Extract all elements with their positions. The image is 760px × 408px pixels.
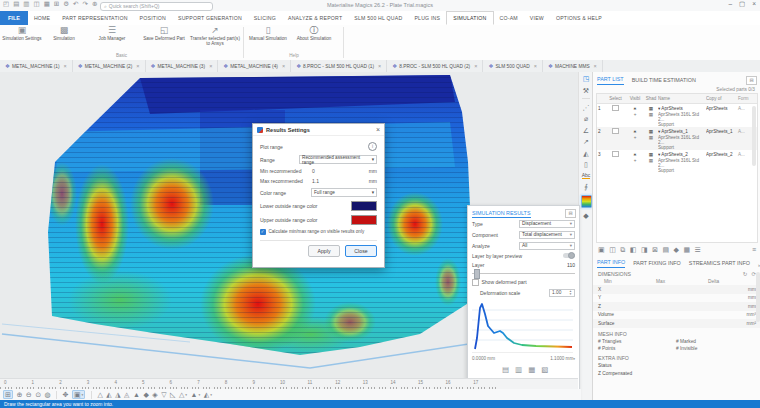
- close-tab-icon[interactable]: ×: [64, 63, 67, 69]
- tab-build-time-estimation[interactable]: BUILD TIME ESTIMATION: [632, 77, 696, 85]
- tool-icon[interactable]: ◫: [609, 246, 616, 253]
- attachment-icon[interactable]: ∮: [584, 183, 588, 190]
- tool-icon[interactable]: ◧: [630, 246, 637, 253]
- tab-part-fixing-info[interactable]: PART FIXING INFO: [633, 260, 681, 268]
- zoom-in-icon[interactable]: ⊕: [16, 391, 22, 398]
- mark-triangle-icon[interactable]: △: [97, 391, 102, 398]
- upper-color-swatch[interactable]: [351, 215, 377, 225]
- expand-icon[interactable]: ▾: [658, 129, 660, 134]
- simulation-button[interactable]: ▩ Simulation: [44, 26, 84, 52]
- doc-tab-metal-machine-3[interactable]: ❖METAL_MACHINE (3)×: [146, 60, 219, 72]
- maximize-icon[interactable]: ▢: [739, 1, 745, 8]
- unmark-icon[interactable]: ▽: [161, 391, 166, 398]
- table-row[interactable]: 1 ∗ ▦ ▾ AprSheets AprSheets A... + ▦ Apr…: [597, 104, 757, 127]
- shade-icon[interactable]: ▦: [644, 152, 658, 157]
- color-range-select[interactable]: Full range▾: [311, 188, 377, 197]
- mark-plane-icon[interactable]: ◭: [106, 391, 111, 398]
- table-row[interactable]: 2 ∗ ▦ ▾ AprSheets_1 AprSheets_1 A... + ▦…: [597, 127, 757, 150]
- show-deformed-checkbox[interactable]: [472, 279, 479, 286]
- doc-tab-machine-mms[interactable]: ❖MACHINE MMS×: [543, 60, 603, 72]
- orbit-icon[interactable]: ◍: [45, 391, 51, 398]
- expand-icon[interactable]: ▾: [658, 106, 660, 111]
- zoom-out-icon[interactable]: ⊖: [26, 391, 32, 398]
- scrollbar[interactable]: [752, 106, 756, 166]
- select-checkbox[interactable]: [612, 151, 619, 158]
- apply-button[interactable]: Apply: [308, 245, 340, 257]
- mark-more-button[interactable]: ▲▾: [191, 391, 201, 398]
- measure-angle-icon[interactable]: ∠: [583, 127, 589, 134]
- job-manager-button[interactable]: ☰ Job Manager: [92, 26, 132, 52]
- range-select[interactable]: Recommended assessment range▾: [299, 155, 377, 164]
- layer-slider[interactable]: [472, 269, 575, 277]
- info-icon[interactable]: i: [368, 142, 377, 151]
- view-cube-button[interactable]: ▣▾: [72, 390, 85, 399]
- save-deformed-part-button[interactable]: ◱ Save Deformed Part: [142, 26, 186, 52]
- menu-icon[interactable]: ≡: [752, 246, 756, 253]
- scenes-icon[interactable]: ◭: [583, 150, 588, 157]
- shade-icon[interactable]: ▦: [644, 158, 658, 163]
- doc-tab-8proc-quad-1[interactable]: ❖8.PROC - SLM 500 HL QUAD (1)×: [291, 60, 387, 72]
- new-document-icon[interactable]: ▯: [584, 161, 588, 168]
- visible-icon[interactable]: +: [626, 135, 644, 140]
- tab-view[interactable]: VIEW: [524, 11, 550, 25]
- mark-more-button[interactable]: ◭▾: [204, 391, 212, 398]
- range-max[interactable]: 1.1000 mm: [550, 356, 573, 361]
- tab-simulation[interactable]: SIMULATION: [446, 11, 493, 25]
- close-tab-icon[interactable]: ×: [594, 63, 597, 69]
- tool-icon[interactable]: ▤: [662, 246, 669, 253]
- close-tab-icon[interactable]: ×: [378, 63, 381, 69]
- close-dialog-icon[interactable]: ×: [376, 126, 380, 133]
- shade-icon[interactable]: ▦: [644, 129, 658, 134]
- close-icon[interactable]: ×: [752, 1, 756, 8]
- tool-icon[interactable]: ⧉: [620, 246, 625, 253]
- measure-line-icon[interactable]: ↗: [583, 138, 589, 145]
- close-tab-icon[interactable]: ×: [474, 63, 477, 69]
- analyze-select[interactable]: All▾: [519, 242, 575, 250]
- simulation-colormap-icon[interactable]: [581, 195, 592, 208]
- visible-icon[interactable]: ∗: [626, 129, 644, 134]
- colormap-option-icon[interactable]: ▥: [515, 366, 522, 374]
- view-cube-icon[interactable]: ◳: [583, 75, 590, 82]
- doc-tab-slm-500-quad[interactable]: ❖SLM 500 QUAD×: [483, 60, 543, 72]
- mark-shell-icon[interactable]: ◬: [124, 391, 129, 398]
- slider-thumb[interactable]: [474, 269, 480, 279]
- mark-brush-icon[interactable]: ◆: [143, 391, 148, 398]
- doc-tab-metal-machine-2[interactable]: ❖METAL_MACHINE (2)×: [73, 60, 146, 72]
- expand-icon[interactable]: ▾: [658, 152, 660, 157]
- type-select[interactable]: Displacement▾: [519, 220, 575, 228]
- tab-analyze-report[interactable]: ANALYZE & REPORT: [282, 11, 348, 25]
- doc-tab-metal-machine-1[interactable]: ❖METAL_MACHINE (1)×: [0, 60, 73, 72]
- tab-part-representation[interactable]: PART REPRESENTATION: [56, 11, 133, 25]
- component-select[interactable]: Total displacement▾: [519, 231, 575, 239]
- colormap-option-icon[interactable]: ▧: [541, 366, 548, 374]
- zoom-fit-icon[interactable]: ⊙: [35, 391, 41, 398]
- transfer-to-ansys-button[interactable]: ↗ Transfer selected part(s) to Ansys: [190, 26, 240, 52]
- visible-results-checkbox[interactable]: ✓: [260, 229, 266, 235]
- minimize-icon[interactable]: –: [728, 1, 732, 8]
- mark-all-icon[interactable]: ◈: [152, 391, 157, 398]
- collapse-panel-button[interactable]: ⊟: [565, 209, 576, 218]
- doc-tab-metal-machine-4[interactable]: ❖METAL_MACHINE (4)×: [218, 60, 291, 72]
- tab-part-list[interactable]: PART LIST: [597, 76, 624, 85]
- tool-icon[interactable]: ◨: [641, 246, 648, 253]
- mark-window-icon[interactable]: ▲: [133, 391, 140, 398]
- close-tab-icon[interactable]: ×: [282, 63, 285, 69]
- wrench-tool-icon[interactable]: ⚒: [583, 87, 589, 94]
- measure-diameter-icon[interactable]: ⌀: [584, 115, 588, 122]
- shade-icon[interactable]: ▦: [644, 135, 658, 140]
- tab-simulation-results[interactable]: SIMULATION RESULTS: [472, 210, 531, 219]
- tab-support-generation[interactable]: SUPPORT GENERATION: [172, 11, 248, 25]
- about-simulation-button[interactable]: ⓘ About Simulation: [294, 26, 334, 52]
- collapse-panel-button[interactable]: ⊟: [746, 76, 757, 85]
- mark-angle-icon[interactable]: ◺: [170, 391, 175, 398]
- visible-icon[interactable]: ∗: [626, 106, 644, 111]
- tab-position[interactable]: POSITION: [134, 11, 172, 25]
- mark-more-button[interactable]: △▾: [179, 391, 187, 398]
- colormap-option-icon[interactable]: ▤: [502, 366, 509, 374]
- text-annotation-icon[interactable]: Abc: [582, 173, 591, 179]
- deformed-part-icon[interactable]: ◆: [583, 212, 588, 219]
- tool-icon[interactable]: ⊠: [652, 246, 658, 253]
- close-tab-icon[interactable]: ×: [209, 63, 212, 69]
- visible-icon[interactable]: ∗: [626, 152, 644, 157]
- measure-distance-icon[interactable]: ⋰: [583, 104, 590, 111]
